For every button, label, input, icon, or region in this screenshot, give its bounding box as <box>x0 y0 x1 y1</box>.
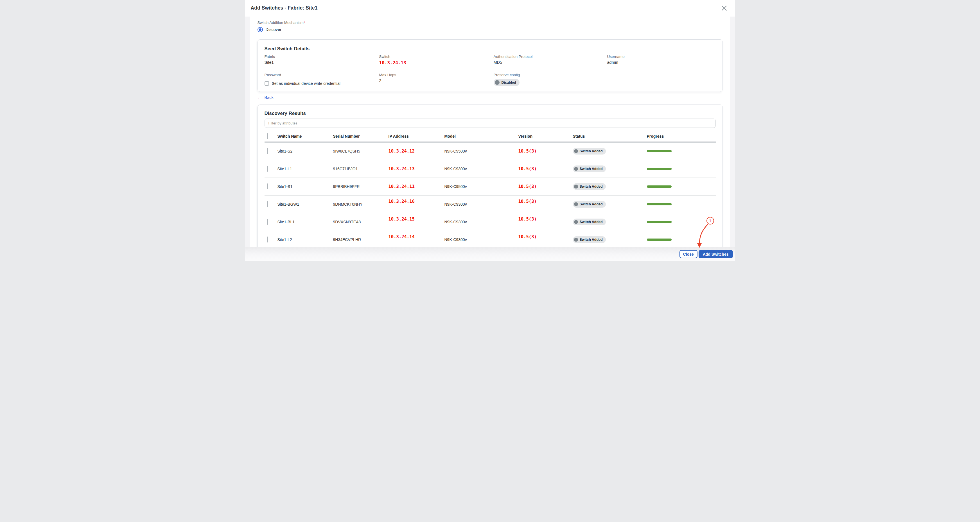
cell-version: 10.5(3) <box>519 149 573 154</box>
cell-switch-name: Site1-BGW1 <box>277 202 333 206</box>
cell-serial: 9DNMCKT0NHY <box>333 202 388 206</box>
row-checkbox[interactable] <box>267 201 268 207</box>
status-badge: Switch Added <box>573 236 606 243</box>
cell-ip: 10.3.24.15 <box>388 217 444 222</box>
cell-version: 10.5(3) <box>519 166 573 171</box>
row-checkbox[interactable] <box>267 148 268 154</box>
required-asterisk: * <box>304 21 305 25</box>
cell-switch-name: Site1-L2 <box>277 237 333 242</box>
cell-serial: 9PBBIBH9PFR <box>333 184 388 189</box>
status-badge: Switch Added <box>573 183 606 190</box>
preserve-config-state: Disabled <box>501 81 516 84</box>
seed-card-title: Seed Switch Details <box>264 46 716 52</box>
progress-bar <box>647 238 671 241</box>
status-dot-icon <box>574 202 578 206</box>
cell-switch-name: Site1-S2 <box>277 149 333 153</box>
write-credential-label: Set as individual device write credentia… <box>272 81 340 86</box>
mechanism-option-discover[interactable]: Discover <box>258 26 723 33</box>
seed-switch-details-card: Seed Switch Details Fabric Site1 Switch … <box>258 39 723 92</box>
cell-ip: 10.3.24.16 <box>388 199 444 204</box>
field-username: Username admin <box>607 54 716 66</box>
col-serial-number: Serial Number <box>333 134 388 138</box>
row-checkbox[interactable] <box>267 184 268 189</box>
status-badge: Switch Added <box>573 219 606 225</box>
field-max-hops: Max Hops 2 <box>379 73 494 86</box>
status-badge: Switch Added <box>573 148 606 154</box>
discovery-results-card: Discovery Results Switch Name Serial Num… <box>258 105 723 247</box>
field-max-hops-value: 2 <box>379 78 494 83</box>
cell-switch-name: Site1-L1 <box>277 167 333 171</box>
progress-bar <box>647 203 671 205</box>
close-button[interactable]: Close <box>679 250 697 258</box>
table-row: Site1-S2 9IW8CL7QSH5 10.3.24.12 N9K-C950… <box>264 143 716 160</box>
add-switches-dialog: Add Switches - Fabric: Site1 Switch Addi… <box>245 0 735 261</box>
filter-input[interactable] <box>264 119 716 128</box>
radio-selected-icon[interactable] <box>258 27 263 32</box>
seed-fields-row-2: Password Set as individual device write … <box>264 73 716 86</box>
status-dot-icon <box>574 220 578 224</box>
field-auth-protocol: Authentication Protocol MD5 <box>494 54 607 66</box>
progress-bar <box>647 221 671 223</box>
select-all-checkbox[interactable] <box>267 133 268 139</box>
write-credential-option[interactable]: Set as individual device write credentia… <box>264 81 379 86</box>
table-row: Site1-BGW1 9DNMCKT0NHY 10.3.24.16 N9K-C9… <box>264 195 716 213</box>
toggle-knob-icon <box>495 80 500 85</box>
seed-fields-row-1: Fabric Site1 Switch 10.3.24.13 Authentic… <box>264 54 716 66</box>
dialog-title: Add Switches - Fabric: Site1 <box>251 5 318 11</box>
cell-ip: 10.3.24.13 <box>388 166 444 171</box>
mechanism-option-label: Discover <box>266 27 282 32</box>
cell-model: N9K-C9300v <box>444 237 519 242</box>
col-version: Version <box>519 134 573 138</box>
discovery-title: Discovery Results <box>264 110 716 117</box>
cell-version: 10.5(3) <box>519 184 573 189</box>
row-checkbox[interactable] <box>267 236 268 243</box>
dialog-surface: Switch Addition Mechanism* Discover Seed… <box>250 17 730 247</box>
mechanism-label: Switch Addition Mechanism* <box>258 20 723 25</box>
scrollbar-track[interactable] <box>730 17 735 247</box>
cell-serial: 9IW8CL7QSH5 <box>333 149 388 153</box>
field-preserve-config: Preserve config Disabled <box>494 73 607 86</box>
progress-bar <box>647 150 671 152</box>
field-fabric-value: Site1 <box>264 60 379 65</box>
cell-serial: 9DVXSN9TEA8 <box>333 220 388 224</box>
dialog-footer: Close Add Switches <box>245 247 735 261</box>
status-badge: Switch Added <box>573 165 606 172</box>
add-switches-button[interactable]: Add Switches <box>698 250 733 258</box>
row-checkbox[interactable] <box>267 219 268 225</box>
write-credential-checkbox[interactable] <box>264 81 269 86</box>
col-model: Model <box>444 134 519 138</box>
cell-serial: 9H34ECVPLHR <box>333 237 388 242</box>
field-switch-value: 10.3.24.13 <box>379 60 494 66</box>
row-checkbox[interactable] <box>267 166 268 172</box>
col-status: Status <box>573 134 647 138</box>
status-dot-icon <box>574 149 578 153</box>
cell-model: N9K-C9300v <box>444 202 519 206</box>
table-header-row: Switch Name Serial Number IP Address Mod… <box>264 131 716 143</box>
status-dot-icon <box>574 185 578 189</box>
cell-version: 10.5(3) <box>519 234 573 240</box>
field-fabric: Fabric Site1 <box>264 54 379 66</box>
cell-version: 10.5(3) <box>519 199 573 204</box>
cell-switch-name: Site1-BL1 <box>277 220 333 224</box>
cell-model: N9K-C9500v <box>444 184 519 189</box>
field-auth-protocol-value: MD5 <box>494 60 607 65</box>
status-badge: Switch Added <box>573 201 606 208</box>
status-dot-icon <box>574 167 578 171</box>
back-arrow-icon: ← <box>258 95 262 100</box>
field-username-value: admin <box>607 60 716 65</box>
table-row: Site1-L1 916C71IBJO1 10.3.24.13 N9K-C930… <box>264 160 716 178</box>
back-link[interactable]: ← Back <box>258 95 274 100</box>
field-switch: Switch 10.3.24.13 <box>379 54 494 66</box>
col-ip-address: IP Address <box>388 134 444 138</box>
discovery-table: Switch Name Serial Number IP Address Mod… <box>264 131 716 247</box>
cell-model: N9K-C9300v <box>444 220 519 224</box>
progress-bar <box>647 168 671 170</box>
table-row: Site1-L2 9H34ECVPLHR 10.3.24.14 N9K-C930… <box>264 231 716 247</box>
close-icon[interactable] <box>721 5 728 12</box>
dialog-body: Switch Addition Mechanism* Discover Seed… <box>245 17 735 247</box>
col-progress: Progress <box>647 134 716 138</box>
preserve-config-toggle[interactable]: Disabled <box>494 79 520 86</box>
cell-ip: 10.3.24.11 <box>388 184 444 189</box>
back-label: Back <box>264 95 274 100</box>
cell-ip: 10.3.24.12 <box>388 149 444 154</box>
